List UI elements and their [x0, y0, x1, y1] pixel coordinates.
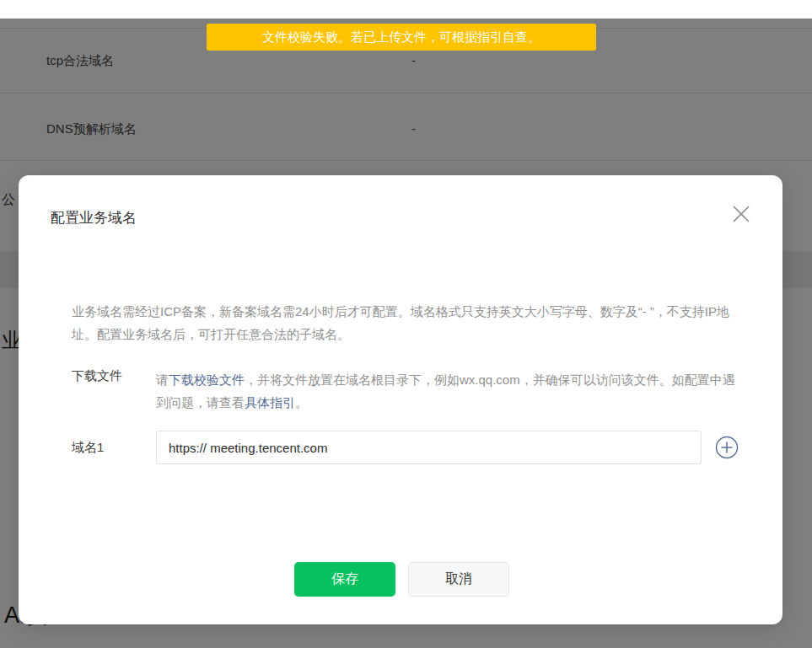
close-icon	[729, 216, 753, 228]
dialog-title: 配置业务域名	[51, 208, 137, 228]
detailed-guide-link[interactable]: 具体指引	[245, 395, 295, 410]
cancel-button[interactable]: 取消	[408, 562, 509, 597]
dialog-description: 业务域名需经过ICP备案，新备案域名需24小时后才可配置。域名格式只支持英文大小…	[72, 300, 739, 345]
configure-business-domain-dialog: 配置业务域名 业务域名需经过ICP备案，新备案域名需24小时后才可配置。域名格式…	[19, 175, 782, 624]
domain-1-input[interactable]	[156, 431, 702, 464]
error-toast: 文件校验失败。若已上传文件，可根据指引自查。	[207, 24, 596, 51]
error-toast-message: 文件校验失败。若已上传文件，可根据指引自查。	[262, 29, 540, 46]
download-verification-file-link[interactable]: 下载校验文件	[169, 372, 245, 387]
plus-circle-icon	[715, 449, 739, 462]
add-domain-button[interactable]	[715, 436, 739, 459]
download-instructions: 请下载校验文件，并将文件放置在域名根目录下，例如wx.qq.com，并确保可以访…	[156, 368, 746, 414]
download-instructions-after: 。	[295, 395, 308, 410]
screen: tcp合法域名 - DNS预解析域名 - 公 业务域名 AI安全 文件校验失败。…	[0, 0, 812, 648]
download-instructions-before: 请	[156, 372, 169, 387]
download-file-label: 下载文件	[72, 368, 122, 384]
close-button[interactable]	[729, 202, 753, 226]
save-button[interactable]: 保存	[294, 562, 395, 597]
domain-1-label: 域名1	[72, 440, 104, 456]
